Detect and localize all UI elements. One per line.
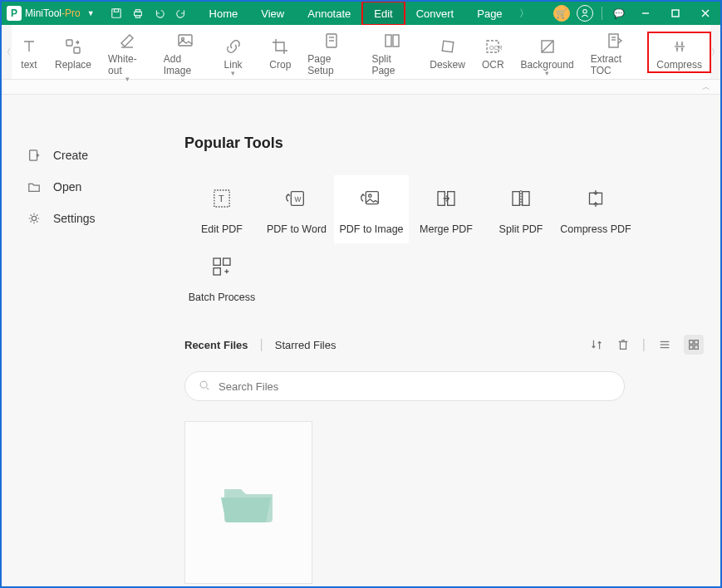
ribbon-extracttoc[interactable]: Extract TOC (582, 27, 649, 78)
ribbon-link[interactable]: Link▾ (216, 32, 251, 72)
app-logo[interactable]: P MiniTool-Pro ▼ (2, 6, 103, 21)
redo-icon[interactable] (174, 7, 188, 20)
ribbon-splitpage[interactable]: Split Page (363, 27, 421, 78)
tool-pdf-to-image[interactable]: PDF to Image (334, 175, 409, 243)
svg-rect-47 (214, 268, 220, 275)
list-view-icon[interactable] (657, 337, 672, 352)
tab-home[interactable]: Home (198, 2, 250, 25)
gear-icon (27, 211, 42, 226)
maximize-button[interactable] (661, 2, 690, 25)
svg-rect-1 (114, 9, 118, 12)
tab-annotate[interactable]: Annotate (296, 2, 362, 25)
svg-point-38 (369, 194, 371, 197)
search-input[interactable] (184, 371, 625, 401)
tab-convert[interactable]: Convert (405, 2, 466, 25)
svg-rect-57 (695, 341, 698, 344)
svg-rect-41 (513, 192, 519, 206)
ribbon-compress[interactable]: Compress (648, 32, 710, 72)
sidebar-item-create[interactable]: Create (2, 140, 168, 171)
ribbon-scroll-left[interactable]: 〈 (2, 25, 12, 79)
title-dropdown-icon[interactable]: ▼ (84, 9, 98, 17)
merge-icon (431, 184, 461, 213)
search-field[interactable] (219, 380, 611, 393)
sidebar-item-settings[interactable]: Settings (2, 203, 168, 234)
deskew-icon (439, 37, 457, 56)
svg-point-5 (583, 10, 587, 14)
svg-rect-19 (393, 35, 399, 47)
svg-rect-10 (66, 40, 72, 46)
crop-icon (271, 37, 289, 56)
trash-icon[interactable] (616, 337, 631, 352)
compress-pdf-icon (581, 184, 611, 213)
ribbon-crop[interactable]: Crop (261, 32, 299, 72)
feedback-icon[interactable]: 💬 (611, 5, 627, 22)
grid-view-icon[interactable] (684, 335, 704, 355)
tool-pdf-to-word[interactable]: WPDF to Word (259, 175, 334, 243)
print-icon[interactable] (131, 7, 145, 20)
folder-icon (219, 479, 278, 526)
undo-icon[interactable] (153, 7, 166, 20)
popular-tools-title: Popular Tools (184, 135, 704, 152)
tool-batch-process[interactable]: Batch Process (184, 243, 259, 311)
ribbon-deskew[interactable]: Deskew (421, 32, 474, 72)
edit-pdf-icon: T (207, 184, 237, 213)
svg-rect-4 (135, 16, 140, 18)
chevron-up-icon: ︿ (702, 81, 710, 93)
sort-icon[interactable] (589, 337, 604, 352)
separator (602, 7, 602, 20)
svg-rect-56 (690, 341, 693, 344)
svg-rect-50 (620, 341, 626, 349)
svg-line-61 (207, 387, 209, 390)
svg-rect-29 (30, 150, 37, 160)
tab-view[interactable]: View (249, 2, 296, 25)
svg-rect-18 (386, 35, 391, 47)
ribbon-ocr[interactable]: OCROCR (474, 32, 513, 72)
dropdown-icon: ▾ (545, 69, 549, 77)
popular-tools: TEdit PDF WPDF to Word PDF to Image Merg… (184, 175, 704, 311)
tab-starred-files[interactable]: Starred Files (275, 339, 336, 351)
sidebar-item-open[interactable]: Open (2, 171, 168, 203)
ribbon-collapse[interactable]: ︿ (2, 80, 720, 95)
svg-line-24 (542, 41, 553, 52)
logo-text: MiniTool-Pro (25, 7, 81, 19)
tool-merge-pdf[interactable]: Merge PDF (409, 175, 484, 243)
ocr-icon: OCR (484, 37, 502, 56)
tool-edit-pdf[interactable]: TEdit PDF (184, 175, 259, 243)
minimize-button[interactable] (631, 2, 661, 25)
menu-overflow-icon[interactable]: 〉 (514, 7, 534, 21)
sidebar-label: Create (53, 149, 88, 162)
cart-icon[interactable]: 🛒 (553, 5, 570, 22)
close-button[interactable] (690, 2, 720, 25)
whiteout-icon (118, 32, 136, 50)
tool-compress-pdf[interactable]: Compress PDF (558, 175, 633, 243)
save-icon[interactable] (110, 7, 123, 20)
image-convert-icon (356, 184, 386, 213)
image-icon (176, 32, 194, 50)
svg-rect-45 (214, 258, 220, 265)
ribbon-background[interactable]: Background▾ (513, 32, 582, 72)
svg-rect-46 (223, 258, 230, 265)
svg-point-60 (200, 381, 207, 388)
ribbon-whiteout[interactable]: White-out▾ (100, 27, 155, 78)
ribbon-addimage[interactable]: Add Image (155, 27, 216, 78)
svg-text:T: T (219, 193, 224, 203)
ribbon-scroll-right[interactable]: 〉 (710, 25, 720, 79)
word-icon: W (282, 184, 312, 213)
svg-rect-13 (179, 35, 192, 46)
compress-icon (670, 37, 689, 56)
svg-rect-3 (135, 10, 140, 12)
ribbon-pagesetup[interactable]: Page Setup (299, 27, 363, 78)
split-icon (383, 32, 401, 50)
svg-rect-20 (442, 41, 454, 52)
empty-file-card[interactable] (184, 421, 312, 584)
tab-recent-files[interactable]: Recent Files (184, 339, 248, 351)
tool-split-pdf[interactable]: Split PDF (484, 175, 558, 243)
sidebar-label: Settings (53, 212, 96, 225)
ribbon-replace[interactable]: Replace (47, 32, 100, 72)
tab-page[interactable]: Page (465, 2, 513, 25)
ribbon-text[interactable]: text (12, 32, 47, 72)
batch-icon (207, 252, 237, 282)
account-icon[interactable] (577, 5, 593, 22)
tab-edit[interactable]: Edit (362, 2, 404, 25)
files-tabs: Recent Files | Starred Files | (184, 335, 704, 355)
